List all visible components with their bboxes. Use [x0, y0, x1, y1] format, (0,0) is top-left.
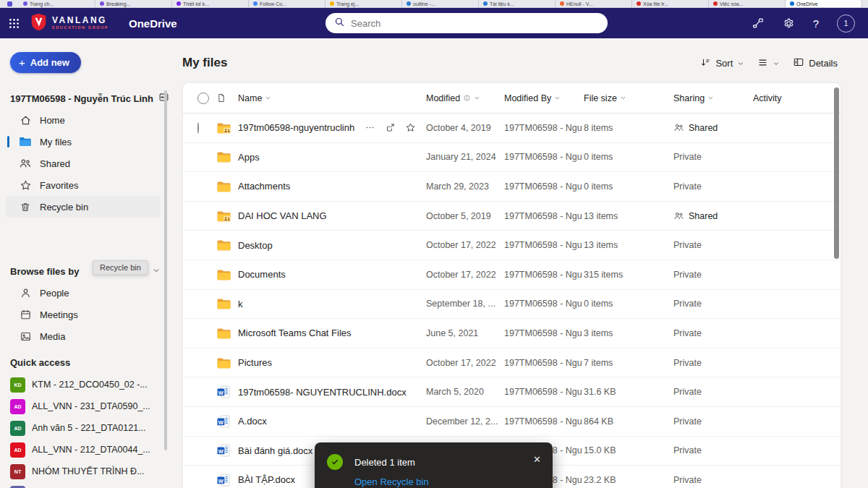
modified-cell: September 18, ...	[426, 299, 504, 309]
file-name-cell[interactable]: DAI HOC VAN LANG	[238, 210, 426, 221]
table-row[interactable]: Microsoft Teams Chat FilesJune 5, 202119…	[183, 319, 841, 348]
sharing-cell: Private	[673, 358, 753, 368]
browser-tab[interactable]: HEnull - V...	[556, 0, 632, 7]
file-name-cell[interactable]: Microsoft Teams Chat Files	[238, 328, 426, 338]
browser-tab[interactable]: Thiết kế k...	[172, 0, 249, 7]
sharing-cell: Private	[673, 445, 753, 455]
browser-tab[interactable]: outline -...	[402, 0, 479, 7]
modified-by-cell: 197TM06598 - Ngu	[504, 270, 584, 280]
table-row[interactable]: kSeptember 18, ...197TM06598 - Ngu0 item…	[183, 290, 841, 320]
sidebar-item-recycle-bin[interactable]: Recycle bin	[6, 196, 161, 218]
quick-access-item[interactable]: ADALL_VNN - 231_DTA0590_...	[10, 395, 163, 417]
quick-access-item[interactable]: ADALL_VNN - 212_DTA0044_...	[10, 439, 163, 461]
connected-apps-icon[interactable]	[752, 17, 765, 30]
table-row[interactable]: PicturesOctober 17, 2022197TM06598 - Ngu…	[183, 348, 841, 378]
table-row[interactable]: AppsJanuary 21, 2024197TM06598 - Ngu0 it…	[183, 143, 841, 173]
tab-label: HEnull - V...	[566, 1, 593, 7]
quick-access-item[interactable]: ADAnh văn 5 - 221_DTA0121...	[10, 417, 163, 439]
table-row[interactable]: DocumentsOctober 17, 2022197TM06598 - Ng…	[183, 260, 841, 290]
column-header-modified[interactable]: Modified	[426, 93, 504, 103]
table-row[interactable]: AttachmentsMarch 29, 2023197TM06598 - Ng…	[183, 172, 841, 202]
svg-text:W: W	[218, 448, 224, 455]
search-icon	[334, 17, 345, 30]
file-name-cell[interactable]: k	[238, 299, 426, 309]
sidebar-item-my-files[interactable]: My files	[6, 131, 161, 153]
quick-access-item[interactable]: KDKTM - 212_DCO0450_02 -...	[10, 374, 163, 395]
column-header-file-size[interactable]: File size	[584, 93, 673, 103]
quick-access-item[interactable]: KDKTM - 212_DCO0410_04 -...	[10, 482, 163, 488]
sidebar-item-meetings[interactable]: Meetings	[6, 304, 161, 325]
details-label: Details	[809, 58, 838, 69]
modified-by-cell: 197TM06598 - Ngu	[504, 299, 584, 309]
file-name-cell[interactable]: Pictures	[238, 357, 426, 368]
file-name-cell[interactable]: A.docx	[238, 416, 426, 427]
people-icon	[19, 157, 32, 170]
select-all-checkbox[interactable]	[197, 93, 209, 104]
chevron-down-icon[interactable]	[152, 266, 161, 277]
sharing-label: Private	[673, 475, 702, 485]
page-title: My files	[182, 56, 227, 70]
table-row[interactable]: WA.docxDecember 12, 2...197TM06598 - Ngu…	[183, 407, 841, 437]
modified-cell: October 17, 2022	[426, 240, 504, 250]
file-size-cell: 0 items	[584, 181, 673, 192]
sort-button[interactable]: Sort	[700, 57, 744, 70]
browser-tab[interactable]: Xóa file tr...	[632, 0, 709, 7]
table-scrollbar[interactable]	[834, 87, 839, 259]
sharing-cell: Private	[673, 181, 753, 192]
file-name-cell[interactable]: Documents	[238, 269, 426, 280]
vanlang-shield-icon	[30, 13, 47, 34]
browser-tab[interactable]: Follow Co...	[249, 0, 326, 7]
sharing-cell: Private	[673, 240, 753, 250]
row-checkbox[interactable]	[197, 122, 199, 134]
vanlang-logo: VANLANG EDUCATION GROUP	[30, 13, 109, 34]
sidebar-item-people[interactable]: People	[6, 282, 161, 304]
file-name-cell[interactable]: 197tm06598- NGUYENTRUCLINH.docx	[238, 387, 426, 398]
file-name-cell[interactable]: Apps	[238, 152, 426, 163]
view-switcher-button[interactable]	[757, 57, 780, 70]
file-name-cell[interactable]: 197tm06598-nguyentruclinh	[238, 122, 426, 133]
sidebar-item-shared[interactable]: Shared	[6, 153, 161, 174]
browser-tab[interactable]: Trang ch...	[19, 0, 95, 7]
help-icon[interactable]: ?	[813, 17, 819, 30]
table-row[interactable]: 197tm06598-nguyentruclinhOctober 4, 2019…	[183, 114, 841, 143]
file-name-cell[interactable]: Attachments	[238, 181, 426, 192]
tab-label: Trang ej...	[336, 1, 359, 7]
account-avatar[interactable]: 1	[837, 14, 855, 33]
settings-gear-icon[interactable]	[783, 17, 795, 30]
sidebar-scrollbar[interactable]	[164, 90, 167, 450]
file-name-cell[interactable]: Desktop	[238, 240, 426, 251]
browser-window-icon[interactable]	[0, 0, 19, 7]
sidebar-item-home[interactable]: Home	[6, 109, 161, 131]
file-type-column-icon[interactable]	[216, 93, 238, 103]
browser-tab[interactable]: Trang ej...	[326, 0, 402, 7]
modified-cell: January 21, 2024	[426, 152, 504, 162]
add-new-label: Add new	[30, 57, 69, 68]
search-input[interactable]	[351, 18, 599, 29]
browser-tab[interactable]: Việc xóa...	[709, 0, 786, 7]
browser-tab[interactable]: OneDrive	[786, 0, 862, 7]
column-header-modified-by[interactable]: Modified By	[504, 93, 584, 103]
more-actions-icon[interactable]	[365, 122, 375, 133]
app-launcher-waffle-icon[interactable]	[0, 17, 27, 30]
browser-tab[interactable]: Breaking...	[95, 0, 172, 7]
table-row[interactable]: DAI HOC VAN LANGOctober 5, 2019197TM0659…	[183, 202, 841, 231]
tab-favicon-icon	[637, 1, 641, 6]
add-new-button[interactable]: + Add new	[10, 52, 81, 73]
sidebar-item-media[interactable]: Media	[6, 325, 161, 347]
quick-access-item[interactable]: NTNHÓM THUYẾT TRÌNH Đ...	[10, 461, 163, 482]
table-row[interactable]: DesktopOctober 17, 2022197TM06598 - Ngu1…	[183, 231, 841, 260]
share-icon[interactable]	[385, 122, 396, 133]
column-header-sharing[interactable]: Sharing	[673, 93, 753, 103]
table-row[interactable]: W197tm06598- NGUYENTRUCLINH.docxMarch 5,…	[183, 377, 841, 407]
close-icon[interactable]: ✕	[533, 454, 541, 465]
column-header-name[interactable]: Name	[238, 93, 426, 103]
details-button[interactable]: Details	[793, 56, 838, 70]
column-header-activity[interactable]: Activity	[753, 93, 841, 103]
tab-favicon-icon	[560, 1, 564, 6]
sidebar-item-favorites[interactable]: Favorites	[6, 174, 161, 196]
favorite-star-icon[interactable]	[405, 122, 416, 133]
open-recycle-bin-link[interactable]: Open Recycle bin	[354, 476, 429, 487]
search-bar[interactable]	[326, 13, 608, 33]
browser-tab[interactable]: Tài liệu k...	[479, 0, 556, 7]
group-avatar: KD	[10, 377, 25, 393]
